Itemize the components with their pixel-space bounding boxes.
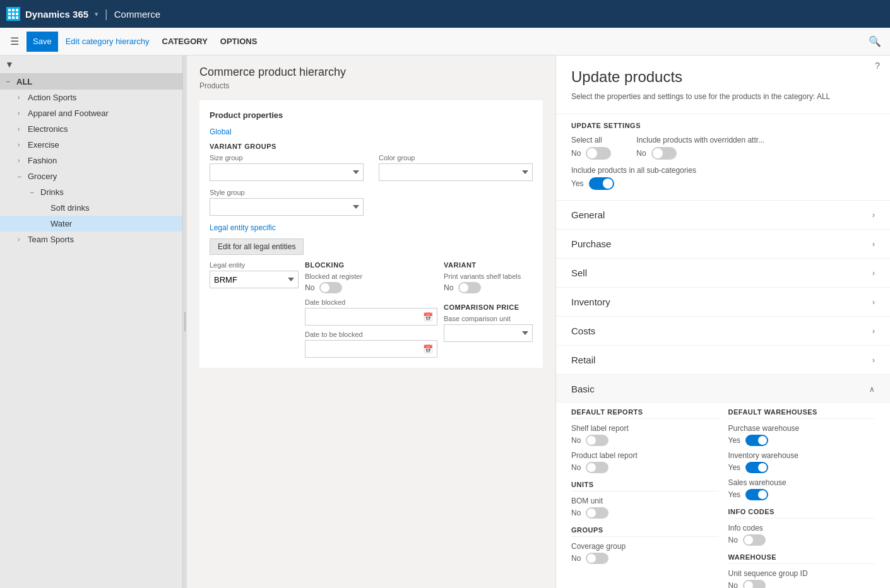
- accordion-costs-header[interactable]: Costs ›: [556, 317, 890, 345]
- help-icon[interactable]: ?: [875, 61, 880, 71]
- info-codes-toggle[interactable]: [743, 534, 766, 546]
- sidebar-item-label: Fashion: [28, 156, 57, 165]
- accordion-basic-header[interactable]: Basic ∧: [556, 375, 890, 403]
- module-title[interactable]: Commerce: [114, 9, 160, 20]
- select-all-toggle[interactable]: [586, 147, 611, 160]
- comparison-price-title: COMPARISON PRICE: [444, 303, 533, 311]
- include-subcategories-label: Include products in all sub-categories: [571, 166, 875, 175]
- update-settings-section: UPDATE SETTINGS Select all No Include pr…: [556, 114, 890, 201]
- search-icon[interactable]: 🔍: [865, 32, 885, 51]
- app-grid-icon[interactable]: [6, 7, 20, 21]
- accordion-sell-header[interactable]: Sell ›: [556, 259, 890, 287]
- inventory-warehouse-label: Inventory warehouse: [728, 451, 875, 460]
- calendar-icon[interactable]: 📅: [419, 310, 437, 324]
- basic-content: DEFAULT REPORTS Shelf label report No: [556, 403, 890, 588]
- coverage-group-toggle[interactable]: [586, 553, 608, 564]
- color-group-label: Color group: [379, 154, 533, 162]
- sidebar-item-exercise[interactable]: › Exercise: [0, 137, 182, 153]
- legal-entity-label: Legal entity specific: [210, 223, 533, 232]
- accordion-purchase-header[interactable]: Purchase ›: [556, 230, 890, 258]
- purchase-warehouse-toggle[interactable]: [745, 435, 768, 446]
- bom-unit-toggle[interactable]: [586, 507, 608, 519]
- date-blocked-input[interactable]: 📅: [305, 308, 437, 326]
- sidebar-item-label: Soft drinks: [50, 203, 89, 213]
- sidebar-item-fashion[interactable]: › Fashion: [0, 153, 182, 168]
- sidebar-filter-bar: ▼: [0, 56, 182, 74]
- purchase-warehouse-field: Purchase warehouse Yes: [728, 424, 875, 446]
- date-to-be-blocked-text-input[interactable]: [306, 344, 419, 354]
- options-tab[interactable]: OPTIONS: [215, 32, 263, 52]
- size-group-label: Size group: [210, 154, 364, 162]
- command-bar: ☰ Save Edit category hierarchy CATEGORY …: [0, 28, 890, 56]
- legal-entity-select[interactable]: BRMF: [210, 271, 299, 288]
- unit-sequence-toggle[interactable]: [743, 580, 766, 588]
- coverage-group-value: No: [571, 554, 581, 563]
- sidebar: ▼ – ALL › Action Sports › Apparel and Fo…: [0, 56, 183, 588]
- edit-all-legal-entities-button[interactable]: Edit for all legal entities: [210, 238, 304, 255]
- page-title: Commerce product hierarchy: [199, 66, 543, 79]
- size-group-select[interactable]: [210, 163, 364, 181]
- inventory-warehouse-toggle[interactable]: [745, 462, 768, 473]
- sidebar-item-apparel[interactable]: › Apparel and Footwear: [0, 105, 182, 121]
- sidebar-chevron-icon: ›: [18, 94, 25, 101]
- shelf-label-report-toggle[interactable]: [586, 435, 608, 446]
- global-label: Global: [210, 127, 533, 136]
- product-properties-card: Product properties Global VARIANT GROUPS…: [199, 100, 543, 368]
- sidebar-item-soft-drinks[interactable]: Soft drinks: [0, 200, 182, 216]
- category-tab[interactable]: CATEGORY: [157, 32, 213, 52]
- date-to-be-blocked-input[interactable]: 📅: [305, 340, 437, 358]
- sidebar-item-all[interactable]: – ALL: [0, 74, 182, 90]
- accordion-general-header[interactable]: General ›: [556, 201, 890, 229]
- sidebar-item-electronics[interactable]: › Electronics: [0, 121, 182, 137]
- app-chevron-icon[interactable]: ▾: [95, 10, 98, 18]
- accordion-inventory-header[interactable]: Inventory ›: [556, 288, 890, 316]
- sidebar-item-grocery[interactable]: – Grocery: [0, 168, 182, 184]
- include-subcategories-toggle[interactable]: [589, 177, 614, 190]
- app-title[interactable]: Dynamics 365: [25, 9, 88, 20]
- default-warehouses-section: DEFAULT WAREHOUSES Purchase warehouse Ye…: [728, 408, 875, 500]
- sidebar-item-label: Team Sports: [28, 235, 74, 244]
- date-blocked-text-input[interactable]: [306, 312, 419, 322]
- edit-category-hierarchy-button[interactable]: Edit category hierarchy: [61, 32, 155, 52]
- accordion-purchase-chevron-icon: ›: [872, 240, 875, 249]
- accordion-inventory-title: Inventory: [571, 297, 610, 307]
- sidebar-item-action-sports[interactable]: › Action Sports: [0, 90, 182, 105]
- select-all-label: Select all: [571, 136, 611, 144]
- accordion-retail-header[interactable]: Retail ›: [556, 346, 890, 374]
- blocked-at-register-toggle-row: No: [305, 282, 437, 293]
- content-area: Commerce product hierarchy Products Prod…: [187, 56, 555, 588]
- sidebar-item-team-sports[interactable]: › Team Sports: [0, 232, 182, 247]
- print-variants-toggle[interactable]: [458, 282, 481, 293]
- sidebar-chevron-icon: ›: [18, 110, 25, 117]
- product-label-report-toggle[interactable]: [586, 462, 608, 473]
- basic-left-col: DEFAULT REPORTS Shelf label report No: [571, 408, 718, 588]
- sidebar-chevron-icon: ›: [18, 236, 25, 243]
- sidebar-item-label: Action Sports: [28, 93, 76, 102]
- sidebar-drinks-minus-icon: –: [30, 189, 38, 196]
- purchase-warehouse-label: Purchase warehouse: [728, 424, 875, 433]
- blocked-at-register-field: Blocked at register No: [305, 273, 437, 293]
- sidebar-item-drinks[interactable]: – Drinks: [0, 184, 182, 200]
- sales-warehouse-toggle[interactable]: [745, 489, 768, 500]
- groups-section: GROUPS Coverage group No: [571, 526, 718, 564]
- calendar-icon[interactable]: 📅: [419, 342, 437, 356]
- include-overridden-toggle[interactable]: [651, 147, 677, 160]
- bom-unit-value: No: [571, 509, 581, 517]
- hamburger-menu-icon[interactable]: ☰: [5, 32, 24, 51]
- resize-handle[interactable]: [183, 56, 187, 588]
- style-group-select[interactable]: [210, 198, 364, 216]
- top-bar: Dynamics 365 ▾ | Commerce: [0, 0, 890, 28]
- coverage-group-field: Coverage group No: [571, 542, 718, 564]
- base-comparison-unit-select[interactable]: [444, 324, 533, 342]
- blocked-at-register-toggle[interactable]: [319, 282, 342, 293]
- blocked-at-register-label: Blocked at register: [305, 273, 437, 280]
- filter-icon[interactable]: ▼: [5, 59, 14, 69]
- sidebar-item-water[interactable]: Water: [0, 216, 182, 232]
- save-button[interactable]: Save: [27, 32, 58, 52]
- date-to-be-blocked-field: Date to be blocked 📅: [305, 331, 437, 358]
- info-codes-section: INFO CODES Info codes No: [728, 508, 875, 546]
- info-codes-title: INFO CODES: [728, 508, 875, 519]
- units-title: UNITS: [571, 481, 718, 491]
- color-group-select[interactable]: [379, 163, 533, 181]
- include-subcategories-field: Include products in all sub-categories Y…: [571, 166, 875, 190]
